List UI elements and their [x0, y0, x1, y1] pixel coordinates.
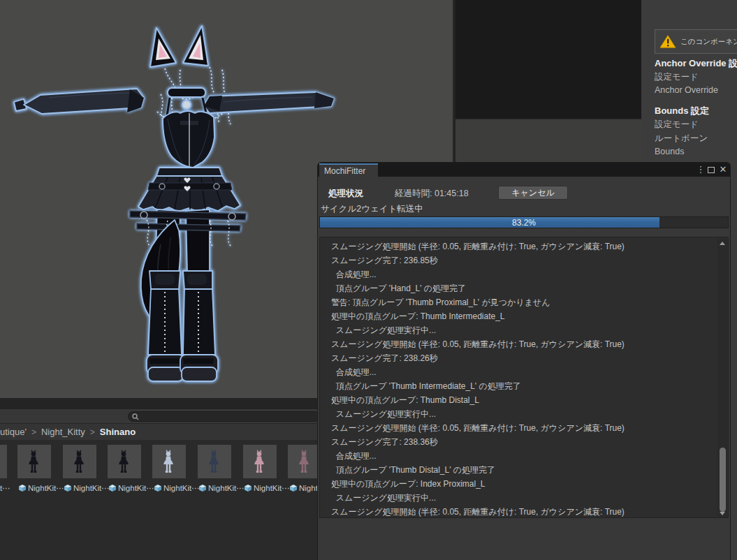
- progress-bar: 83.2%: [319, 216, 729, 228]
- asset-thumb[interactable]: [0, 445, 7, 478]
- bounds-label: Bounds: [655, 147, 737, 156]
- log-line: 頂点グループ 'Thumb Distal_L' の処理完了: [320, 463, 728, 477]
- warning-text: このコンポーネントを正: [680, 37, 737, 47]
- project-search[interactable]: [128, 411, 320, 422]
- anchor-setting-mode-label: 設定モード: [655, 71, 737, 83]
- asset-label[interactable]: NightKit⋯: [109, 483, 154, 493]
- asset-label[interactable]: NightKit⋯: [19, 483, 64, 493]
- window-title-bar[interactable]: MochiFitter ⋮ ✕: [318, 163, 730, 177]
- log-line: スムージング完了: 238.26秒: [320, 351, 728, 365]
- log-line: スムージング処理実行中...: [320, 323, 728, 337]
- process-log[interactable]: スムージング処理開始 (半径: 0.05, 距離重み付け: True, ガウシア…: [319, 237, 729, 518]
- log-line: スムージング完了: 236.85秒: [320, 253, 728, 267]
- scroll-up-icon[interactable]: [720, 242, 725, 245]
- log-line: スムージング処理実行中...: [320, 407, 728, 421]
- chevron-right-icon: >: [31, 427, 36, 437]
- background-panel: [454, 0, 641, 163]
- tab-mochifitter[interactable]: MochiFitter: [319, 163, 378, 177]
- log-line: スムージング処理開始 (半径: 0.05, 距離重み付け: True, ガウシア…: [320, 421, 728, 435]
- prefab-icon: [199, 485, 206, 492]
- current-task-label: サイクル2ウェイト転送中: [321, 203, 423, 215]
- prefab-icon: [245, 485, 251, 492]
- prefab-icon: [154, 485, 161, 492]
- log-line: 頂点グループ 'Hand_L' の処理完了: [320, 281, 728, 295]
- prefab-icon: [109, 485, 116, 492]
- boot-right: [180, 271, 218, 381]
- log-line: スムージング処理開始 (半径: 0.05, 距離重み付け: True, ガウシア…: [320, 337, 728, 351]
- log-line: スムージング処理開始 (半径: 0.05, 距離重み付け: True, ガウシア…: [320, 240, 728, 253]
- prefab-icon: [19, 485, 26, 492]
- log-line: 処理中の頂点グループ: Index Proximal_L: [320, 477, 728, 491]
- search-input[interactable]: [139, 413, 300, 421]
- asset-thumb[interactable]: [152, 445, 186, 478]
- prefab-icon: [64, 485, 71, 492]
- log-scrollbar[interactable]: [717, 238, 727, 518]
- log-line: 頂点グループ 'Thumb Intermediate_L' の処理完了: [320, 379, 728, 393]
- processing-status-label: 処理状況: [328, 188, 363, 200]
- asset-label[interactable]: NightKit⋯: [64, 483, 110, 493]
- log-line: スムージング処理実行中...: [320, 491, 728, 505]
- asset-label[interactable]: t⋯: [0, 483, 10, 493]
- asset-thumb[interactable]: [243, 445, 277, 478]
- unity-editor: このコンポーネントを正 Anchor Override 設定 設定モード Anc…: [0, 0, 737, 560]
- maximize-icon[interactable]: [708, 167, 715, 173]
- search-icon: [132, 413, 139, 420]
- root-bone-label: ルートボーン: [655, 133, 737, 145]
- close-icon[interactable]: ✕: [718, 164, 728, 175]
- anchor-override-section-title: Anchor Override 設定: [655, 57, 737, 70]
- anchor-override-label: Anchor Override: [655, 85, 737, 95]
- boot-left: [147, 271, 184, 381]
- log-line: 合成処理...: [320, 449, 728, 463]
- log-line: 処理中の頂点グループ: Thumb Distal_L: [320, 393, 728, 407]
- breadcrumb-current-shinano[interactable]: Shinano: [100, 427, 136, 437]
- mochifitter-window: MochiFitter ⋮ ✕ 処理状況 経過時間: 01:45:18 キャンセ…: [318, 163, 730, 560]
- asset-label[interactable]: NightKit⋯: [199, 483, 245, 493]
- asset-label[interactable]: NightKit⋯: [245, 483, 290, 493]
- log-line: 合成処理...: [320, 267, 728, 281]
- window-menu-icon[interactable]: ⋮: [696, 164, 706, 175]
- asset-thumb[interactable]: [198, 445, 231, 478]
- log-line: スムージング処理開始 (半径: 0.05, 距離重み付け: True, ガウシア…: [320, 505, 728, 518]
- pleated-skirt: [138, 168, 240, 212]
- asset-thumb[interactable]: [288, 445, 321, 478]
- breadcrumb-folder-night-kitty[interactable]: Night_Kitty: [41, 427, 85, 437]
- progress-percent-label: 83.2%: [320, 218, 728, 228]
- warning-icon: [659, 34, 676, 49]
- scrollbar-thumb[interactable]: [720, 448, 726, 512]
- log-line: 合成処理...: [320, 365, 728, 379]
- background-panel-lower: [455, 119, 641, 163]
- asset-thumb[interactable]: [17, 445, 51, 478]
- bounds-section-title: Bounds 設定: [655, 105, 737, 117]
- prefab-icon: [290, 485, 297, 492]
- choker: [168, 88, 205, 97]
- asset-thumb[interactable]: [63, 445, 96, 478]
- component-warning: このコンポーネントを正: [655, 29, 737, 54]
- log-line: 警告: 頂点グループ 'Thumb Proximal_L' が見つかりません: [320, 295, 728, 309]
- scroll-down-icon[interactable]: [720, 512, 725, 515]
- sleeve-left: [14, 89, 144, 114]
- breadcrumb-parent-folder[interactable]: utique': [0, 427, 27, 437]
- log-line: スムージング完了: 238.36秒: [320, 435, 728, 449]
- elapsed-time-label: 経過時間: 01:45:18: [395, 188, 469, 200]
- sleeve-right: [204, 92, 334, 113]
- chevron-right-icon: >: [90, 427, 95, 437]
- cancel-button[interactable]: キャンセル: [498, 186, 568, 200]
- bounds-setting-mode-label: 設定モード: [655, 119, 737, 131]
- asset-thumb[interactable]: [108, 445, 141, 478]
- asset-label[interactable]: NightKit⋯: [154, 483, 200, 493]
- log-line: 処理中の頂点グループ: Thumb Intermediate_L: [320, 309, 728, 323]
